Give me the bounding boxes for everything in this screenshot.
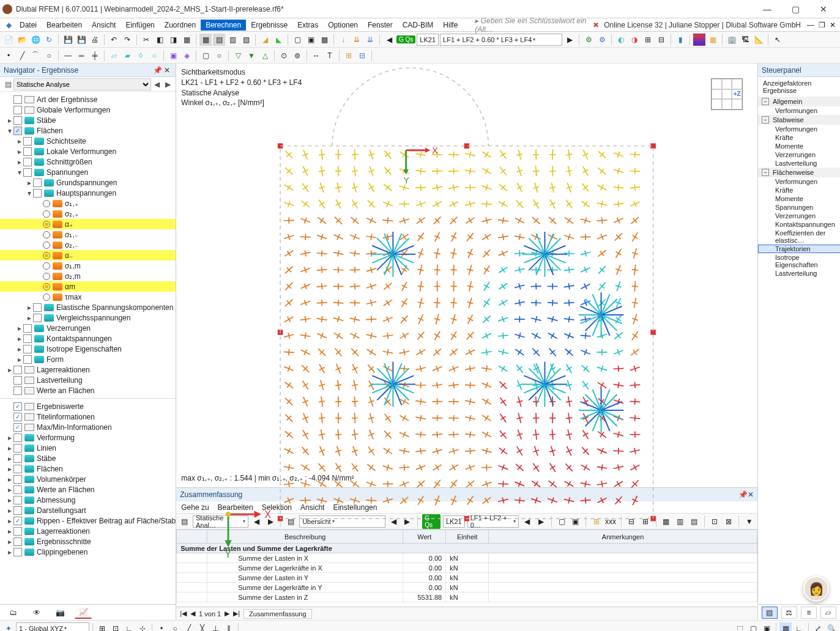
app-menu-icon[interactable]: ◆	[2, 19, 15, 31]
tree-item[interactable]: Art der Ergebnisse	[0, 94, 176, 105]
render-icon-1[interactable]: ◢	[259, 34, 271, 46]
cp-row[interactable]: Isotrope Eigenschaften0.00	[758, 253, 840, 269]
tree-checkbox[interactable]	[13, 386, 22, 395]
undo-icon[interactable]: ↶	[108, 34, 120, 46]
nav-tab-data-icon[interactable]: 🗂	[5, 607, 22, 619]
cp-group-header[interactable]: −Flächenweise	[758, 168, 840, 177]
line-icon[interactable]: ╱	[16, 50, 28, 62]
tree-checkbox[interactable]	[13, 485, 22, 494]
menu-item-berechnen[interactable]: Berechnen	[201, 20, 246, 31]
opening-icon-2[interactable]: ○	[213, 50, 225, 62]
navigator-analysis-select[interactable]: Statische Analyse	[13, 78, 151, 90]
menu-item-cad-bim[interactable]: CAD-BIM	[398, 20, 439, 31]
tree-checkbox[interactable]	[13, 413, 22, 421]
tree-radio[interactable]	[43, 210, 50, 218]
window-maximize-button[interactable]: ▢	[781, 1, 809, 18]
print-icon[interactable]: 🖨	[89, 34, 101, 46]
navigator-close-icon[interactable]: ✕	[162, 66, 172, 75]
new-file-icon[interactable]: 📄	[2, 34, 15, 46]
cp-tab-list-icon[interactable]: ≡	[801, 607, 817, 619]
tree-item[interactable]: ▾Hauptspannungen	[0, 188, 176, 198]
open-file-icon[interactable]: 📂	[16, 34, 28, 46]
tree-item[interactable]: Titelinformationen	[0, 411, 176, 422]
cp-row[interactable]: Lastverteilung1.00	[758, 159, 840, 168]
tree-checkbox[interactable]	[13, 376, 22, 385]
osnap-icon-5[interactable]: ⊥	[209, 622, 221, 632]
view-cube[interactable]: +Z	[711, 78, 743, 110]
cp-tab-scales-icon[interactable]: ⚖	[781, 607, 797, 619]
menu-item-bearbeiten[interactable]: Bearbeiten	[42, 20, 87, 31]
grid-icon-3[interactable]: ▥	[226, 34, 239, 46]
tree-radio[interactable]	[43, 273, 50, 280]
tree-checkbox[interactable]	[23, 324, 32, 333]
nav-tab-eye-icon[interactable]: 👁	[28, 607, 45, 619]
tree-checkbox[interactable]	[23, 334, 32, 343]
tree-checkbox[interactable]	[13, 517, 22, 525]
surface-icon-4[interactable]: ○	[148, 50, 160, 62]
cut-icon[interactable]: ✂	[140, 34, 152, 46]
navigator-prev-icon[interactable]: ◀	[151, 80, 162, 89]
tree-item[interactable]: ▸Abmessung	[0, 495, 176, 505]
tree-item[interactable]: ▸Elastische Spannungskomponenten	[0, 302, 176, 312]
table-row[interactable]: Summe der Lagerkräfte in Y0.00kN	[177, 583, 757, 592]
cp-row[interactable]: Kräfte1.00	[758, 133, 840, 142]
menu-search-hint[interactable]: ▸ Geben Sie ein Schlüsselwort ein (Alt…	[475, 17, 590, 34]
tree-item[interactable]: ▸Schnittgrößen	[0, 157, 176, 167]
cp-row[interactable]: Momente1.00	[758, 142, 840, 150]
gridsnap-icon[interactable]: ▦	[779, 622, 792, 632]
tree-checkbox[interactable]	[33, 189, 42, 197]
snap-icon-1[interactable]: ⊞	[96, 622, 108, 632]
grid-icon-4[interactable]: ▧	[240, 34, 252, 46]
surface-icon-2[interactable]: ▰	[121, 50, 133, 62]
tree-item[interactable]: ▸Vergleichsspannungen	[0, 312, 176, 323]
tree-checkbox[interactable]	[33, 314, 42, 322]
tree-item[interactable]: ▾Flächen	[0, 125, 176, 136]
menu-item-fenster[interactable]: Fenster	[363, 20, 398, 31]
window-minimize-button[interactable]: —	[753, 1, 781, 18]
tree-item[interactable]: ▸Stäbe	[0, 453, 176, 463]
zoom-fit-icon[interactable]: ⤢	[812, 622, 824, 632]
tree-checkbox[interactable]	[13, 506, 22, 515]
osnap-icon-6[interactable]: ∥	[223, 622, 235, 632]
colormap-icon-2[interactable]: ▦	[707, 34, 719, 46]
tree-checkbox[interactable]	[13, 106, 22, 114]
tree-item[interactable]: σ₁,m	[0, 260, 176, 271]
tree-checkbox[interactable]	[23, 137, 32, 146]
view-icon-3[interactable]: 📐	[753, 34, 765, 46]
tree-checkbox[interactable]	[13, 537, 22, 546]
nav-tab-camera-icon[interactable]: 📷	[51, 607, 69, 619]
cp-row[interactable]: Kontaktspannungen0.00	[758, 220, 840, 229]
search-clear-icon[interactable]: ✖	[593, 21, 599, 29]
tree-item[interactable]: ▸Volumenkörper	[0, 474, 176, 484]
summary-prevpage-icon[interactable]: ◀	[190, 610, 195, 618]
cp-group-header[interactable]: −Stabweise	[758, 115, 840, 125]
loads-icon-2[interactable]: ⇊	[351, 34, 363, 46]
cp-row[interactable]: Kräfte0.00	[758, 186, 840, 194]
tree-item[interactable]: ▸Form	[0, 354, 176, 364]
circle-icon[interactable]: ○	[43, 50, 55, 62]
text-icon[interactable]: T	[324, 50, 336, 62]
globe-icon[interactable]: 🌐	[29, 34, 42, 46]
display-icon-3[interactable]: ▦	[318, 34, 330, 46]
tree-item[interactable]: α₋	[0, 250, 176, 260]
tree-checkbox[interactable]	[13, 465, 22, 473]
cp-row[interactable]: Spannungen0.00	[758, 203, 840, 212]
load-combination-combo[interactable]: LF1 + LF2 + 0.60 * LF3 + LF4▾	[440, 34, 562, 46]
ortho-icon[interactable]: ∟	[793, 622, 805, 632]
cp-row[interactable]: Verformungen502.73	[758, 106, 840, 115]
menu-item-hilfe[interactable]: Hilfe	[438, 20, 463, 31]
view-iso-icon[interactable]: ⬚	[734, 622, 746, 632]
grid-icon-2[interactable]: ▤	[213, 34, 225, 46]
navigator-next-icon[interactable]: ▶	[162, 80, 173, 89]
tree-item[interactable]: ▸Flächen	[0, 463, 176, 474]
arrow-right-icon[interactable]: ▶	[563, 34, 576, 46]
ucs-icon[interactable]: ✦	[2, 622, 15, 632]
tree-checkbox[interactable]	[13, 402, 22, 411]
tree-checkbox[interactable]	[23, 147, 32, 156]
tree-checkbox[interactable]	[13, 95, 22, 104]
save-all-icon[interactable]: 💾	[75, 34, 87, 46]
control-panel-body[interactable]: −AllgemeinVerformungen502.73−StabweiseVe…	[758, 97, 840, 604]
tree-radio[interactable]	[43, 221, 50, 228]
cp-tab-filter-icon[interactable]: ▱	[820, 607, 836, 619]
tree-item[interactable]: ▸Verzerrungen	[0, 323, 176, 333]
